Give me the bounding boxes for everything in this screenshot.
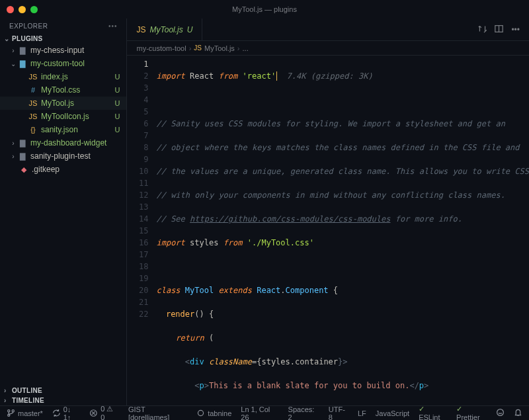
folder-my-chess-input[interactable]: › ▇ my-chess-input [0, 44, 126, 57]
more-actions-icon[interactable]: ••• [511, 25, 520, 34]
tree-label: .gitkeep [32, 165, 120, 174]
git-status-badge: U [115, 112, 120, 120]
js-file-icon: JS [28, 99, 38, 107]
svg-point-6 [497, 409, 504, 416]
editor-pane: JS MyTool.js U ••• my-custom-tool › JS M… [127, 19, 529, 405]
close-window-button[interactable] [7, 6, 14, 13]
indentation-indicator[interactable]: Spaces: 2 [288, 405, 319, 421]
breadcrumb-segment[interactable]: my-custom-tool [136, 44, 186, 52]
code-body[interactable]: import React from 'react' 7.4K (gzipped:… [156, 56, 529, 405]
tree-label: sanity.json [41, 125, 115, 134]
tree-label: my-custom-tool [30, 59, 120, 68]
tree-label: my-dashboard-widget [30, 138, 120, 147]
split-editor-icon[interactable] [495, 24, 503, 35]
tree-label: MyToolIcon.js [41, 112, 115, 121]
bell-icon[interactable] [514, 408, 522, 418]
tree-label: my-chess-input [30, 46, 120, 55]
gist-indicator[interactable]: GIST [dorelljames] [128, 405, 187, 421]
git-status-badge: U [115, 126, 120, 134]
folder-icon: ▇ [17, 152, 28, 161]
git-status-badge: U [115, 99, 120, 107]
folder-icon: ▇ [17, 46, 28, 55]
js-file-icon: JS [28, 112, 38, 120]
feedback-icon[interactable] [496, 408, 505, 418]
file-index-js[interactable]: JS index.js U [0, 70, 126, 83]
section-header-timeline[interactable]: › TIMELINE [0, 396, 126, 405]
chevron-down-icon: ⌄ [4, 35, 12, 42]
compare-changes-icon[interactable] [478, 24, 487, 35]
file-mytool-js[interactable]: JS MyTool.js U [0, 97, 126, 110]
tree-label: MyTool.css [41, 85, 115, 95]
tab-mytool-js[interactable]: JS MyTool.js U [127, 19, 202, 40]
language-indicator[interactable]: JavaScript [376, 409, 409, 417]
tree-label: sanity-plugin-test [30, 151, 120, 161]
js-file-icon: JS [194, 44, 202, 52]
explorer-more-icon[interactable]: ••• [108, 22, 118, 30]
chevron-right-icon: › [189, 44, 192, 52]
branch-icon [7, 409, 15, 417]
git-file-icon: ◆ [19, 165, 29, 174]
svg-point-1 [8, 410, 10, 412]
chevron-right-icon: › [4, 387, 12, 394]
tree-label: index.js [41, 72, 115, 81]
chevron-down-icon: ⌄ [9, 60, 17, 67]
eol-indicator[interactable]: LF [358, 409, 366, 417]
tab-git-status: U [187, 25, 193, 34]
section-title: OUTLINE [12, 387, 42, 394]
folder-my-custom-tool[interactable]: ⌄ ▇ my-custom-tool [0, 57, 126, 70]
encoding-indicator[interactable]: UTF-8 [329, 405, 348, 421]
js-file-icon: JS [28, 73, 38, 81]
git-status-badge: U [115, 86, 120, 94]
breadcrumb-segment[interactable]: MyTool.js [204, 44, 235, 52]
folder-my-dashboard-widget[interactable]: › ▇ my-dashboard-widget [0, 136, 126, 149]
breadcrumb[interactable]: my-custom-tool › JS MyTool.js › ... [127, 41, 529, 56]
svg-point-3 [12, 410, 14, 412]
chevron-right-icon: › [9, 47, 17, 54]
folder-open-icon: ▇ [17, 60, 28, 68]
code-editor[interactable]: 12345678910111213141516171819202122 impo… [127, 56, 529, 405]
git-status-badge: U [115, 73, 120, 81]
tree-label: MyTool.js [41, 99, 115, 108]
prettier-indicator[interactable]: Prettier [456, 405, 487, 420]
maximize-window-button[interactable] [30, 6, 38, 13]
problems-indicator[interactable]: 0 ⚠ 0 [89, 405, 119, 420]
minimize-window-button[interactable] [19, 6, 26, 13]
json-file-icon: {} [28, 126, 38, 134]
breadcrumb-segment[interactable]: ... [243, 44, 249, 52]
section-header-outline[interactable]: › OUTLINE [0, 386, 126, 396]
window-title: MyTool.js — plugins [0, 5, 529, 13]
window-controls [7, 6, 38, 13]
explorer-title: EXPLORER [9, 22, 48, 30]
file-tree: › ▇ my-chess-input ⌄ ▇ my-custom-tool JS… [0, 44, 126, 386]
line-number-gutter: 12345678910111213141516171819202122 [127, 56, 156, 405]
git-branch-indicator[interactable]: master* [7, 409, 43, 417]
section-title: PLUGINS [12, 35, 43, 42]
section-title: TIMELINE [12, 397, 44, 404]
size-hint: 7.4K (gzipped: 3K) [277, 71, 373, 81]
css-file-icon: # [28, 86, 38, 94]
folder-icon: ▇ [17, 139, 28, 147]
tab-label: MyTool.js [149, 25, 183, 34]
file-mytool-css[interactable]: # MyTool.css U [0, 83, 126, 97]
status-bar: master* 0↓ 1↑ 0 ⚠ 0 GIST [dorelljames] t… [0, 405, 529, 420]
sync-icon [52, 409, 61, 417]
folder-sanity-plugin-test[interactable]: › ▇ sanity-plugin-test [0, 149, 126, 163]
chevron-right-icon: › [4, 397, 12, 404]
eslint-indicator[interactable]: ESLint [419, 405, 447, 420]
section-header-plugins[interactable]: ⌄ PLUGINS [0, 34, 126, 44]
explorer-header: EXPLORER ••• [0, 19, 126, 34]
chevron-right-icon: › [9, 153, 17, 160]
chevron-right-icon: › [9, 140, 17, 147]
sync-indicator[interactable]: 0↓ 1↑ [52, 405, 81, 421]
tab-bar: JS MyTool.js U ••• [127, 19, 529, 41]
file-mytoolicon-js[interactable]: JS MyToolIcon.js U [0, 110, 126, 123]
cursor-position[interactable]: Ln 1, Col 26 [241, 405, 278, 421]
error-icon [89, 409, 98, 417]
file-sanity-json[interactable]: {} sanity.json U [0, 123, 126, 136]
circle-icon [196, 409, 205, 417]
tabnine-indicator[interactable]: tabnine [196, 409, 231, 417]
titlebar: MyTool.js — plugins [0, 0, 529, 19]
file-gitkeep[interactable]: ◆ .gitkeep [0, 163, 126, 176]
svg-point-5 [198, 410, 204, 415]
explorer-sidebar: EXPLORER ••• ⌄ PLUGINS › ▇ my-chess-inpu… [0, 19, 127, 405]
